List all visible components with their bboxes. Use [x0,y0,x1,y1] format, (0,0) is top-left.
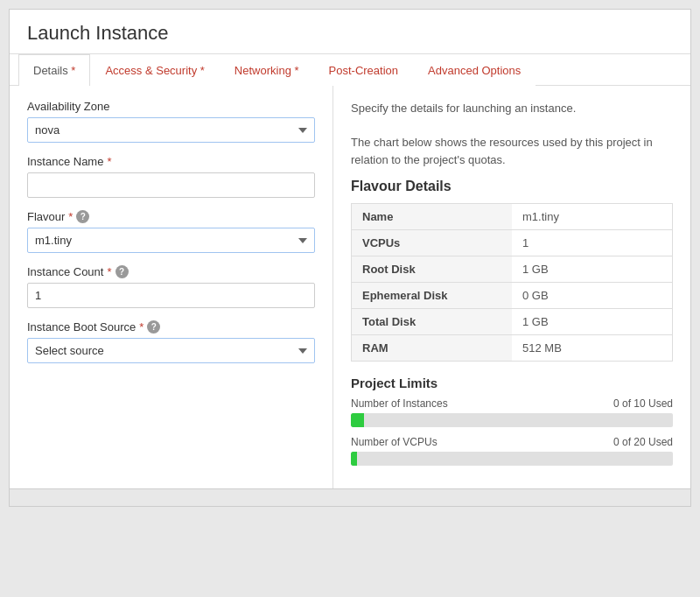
instance-name-label: Instance Name * [27,155,315,168]
tab-details[interactable]: Details * [18,54,90,86]
table-row: Namem1.tiny [352,204,673,230]
flavour-label: Flavour * ? [27,210,315,223]
instance-count-input[interactable] [27,283,315,308]
instance-boot-source-group: Instance Boot Source * ? Select source [27,320,315,363]
dialog-footer [10,488,690,506]
availability-zone-select[interactable]: nova [27,117,315,143]
limit-header: Number of Instances 0 of 10 Used [351,397,673,410]
flavour-required: * [68,210,73,223]
limit-header: Number of VCPUs 0 of 20 Used [351,436,673,448]
flavour-row-label: VCPUs [352,230,513,256]
limit-item: Number of VCPUs 0 of 20 Used [351,436,673,466]
table-row: Total Disk1 GB [352,309,673,335]
availability-zone-label: Availability Zone [27,100,315,113]
flavour-row-value: 1 GB [512,256,673,283]
flavour-select[interactable]: m1.tiny [27,228,315,253]
flavour-row-label: Ephemeral Disk [352,283,513,309]
tab-access-security[interactable]: Access & Security * [90,54,219,86]
flavour-row-value: 1 [512,230,673,256]
tab-details-asterisk: * [71,64,75,77]
instance-name-required: * [107,155,111,168]
flavour-details-title: Flavour Details [351,179,673,194]
flavour-row-label: Root Disk [352,256,513,283]
right-panel: Specify the details for launching an ins… [333,86,690,488]
tab-networking-label: Networking * [234,64,299,77]
flavour-details-table: Namem1.tinyVCPUs1Root Disk1 GBEphemeral … [351,203,673,362]
limit-label: Number of Instances [351,397,448,410]
table-row: Root Disk1 GB [352,256,673,283]
tab-networking[interactable]: Networking * [220,54,314,86]
tab-advanced-options-label: Advanced Options [428,64,521,77]
tab-advanced-options[interactable]: Advanced Options [413,54,536,86]
instance-count-required: * [107,265,111,278]
instance-count-group: Instance Count * ? [27,265,315,308]
tab-post-creation[interactable]: Post-Creation [314,54,413,86]
project-limits-bars: Number of Instances 0 of 10 Used Number … [351,397,673,466]
instance-name-group: Instance Name * [27,155,315,198]
table-row: RAM512 MB [352,335,673,362]
instance-boot-source-label: Instance Boot Source * ? [27,320,315,334]
limit-bar-fill [351,413,364,427]
limit-bar-bg [351,452,673,466]
flavour-row-value: 0 GB [512,283,673,309]
limit-bar-bg [351,413,673,427]
instance-boot-source-required: * [139,320,144,334]
limit-bar-fill [351,452,357,466]
project-limits-title: Project Limits [351,376,673,390]
instance-count-label: Instance Count * ? [27,265,315,278]
tab-post-creation-label: Post-Creation [329,64,398,77]
availability-zone-group: Availability Zone nova [27,100,315,143]
instance-boot-source-select[interactable]: Select source [27,338,315,363]
tab-details-label: Details * [33,64,75,77]
right-description: Specify the details for launching an ins… [351,100,673,168]
limit-used-label: 0 of 20 Used [613,436,673,448]
flavour-row-value: 1 GB [512,309,673,335]
flavour-row-value: 512 MB [512,335,673,362]
limit-used-label: 0 of 10 Used [613,397,673,410]
flavour-row-value: m1.tiny [512,204,673,230]
tab-access-security-label: Access & Security * [105,64,204,77]
instance-boot-source-help-icon[interactable]: ? [147,320,160,334]
launch-instance-dialog: Launch Instance Details * Access & Secur… [9,9,691,507]
page-title: Launch Instance [27,22,673,45]
left-panel: Availability Zone nova Instance Name * F… [10,86,333,488]
limit-label: Number of VCPUs [351,436,438,448]
flavour-row-label: Total Disk [352,309,513,335]
tab-bar: Details * Access & Security * Networking… [10,54,690,86]
flavour-help-icon[interactable]: ? [76,210,89,223]
limit-item: Number of Instances 0 of 10 Used [351,397,673,427]
instance-name-input[interactable] [27,172,315,198]
flavour-row-label: RAM [352,335,513,362]
instance-count-help-icon[interactable]: ? [116,265,129,278]
flavour-row-label: Name [352,204,513,230]
dialog-header: Launch Instance [10,10,690,54]
flavour-group: Flavour * ? m1.tiny [27,210,315,253]
table-row: Ephemeral Disk0 GB [352,283,673,309]
content-area: Availability Zone nova Instance Name * F… [10,86,690,488]
table-row: VCPUs1 [352,230,673,256]
